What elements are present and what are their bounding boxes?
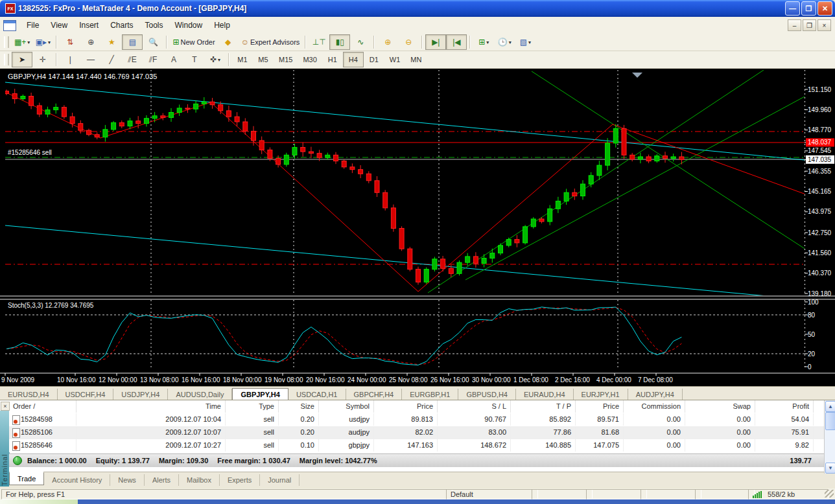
metaeditor-button[interactable]: ◆ (218, 34, 239, 50)
zoom-in-icon: ⊕ (384, 38, 391, 46)
menu-file[interactable]: File (21, 18, 45, 32)
chart-tab-eurjpy[interactable]: EURJPY,H1 (574, 389, 628, 400)
timeframe-w1[interactable]: W1 (384, 52, 406, 67)
menu-view[interactable]: View (45, 18, 73, 32)
chart-tab-audjpy[interactable]: AUDJPY,H4 (628, 389, 683, 400)
terminal-tab-experts[interactable]: Experts (220, 474, 260, 486)
resize-grip[interactable] (825, 490, 834, 498)
zoom-in-button[interactable]: ⊕ (377, 34, 398, 50)
column-header-price[interactable]: Price (374, 400, 438, 413)
channel-button[interactable]: ⫽E (122, 52, 143, 67)
restore-button[interactable]: ❐ (801, 1, 816, 16)
order-row[interactable]: 152856462009.12.07 10:27sell0.10gbpjpy14… (9, 439, 825, 452)
chart-tab-usdchf[interactable]: USDCHF,H4 (58, 389, 114, 400)
timeframe-m5[interactable]: M5 (253, 52, 274, 67)
data-window-button[interactable]: ▤ (122, 34, 143, 50)
chart-tab-usdcad[interactable]: USDCAD,H1 (288, 389, 346, 400)
crosshair-cursor-button[interactable]: ⊕ (80, 34, 101, 50)
menu-help[interactable]: Help (208, 18, 236, 32)
terminal-tab-journal[interactable]: Journal (260, 474, 300, 486)
cell-size: 0.20 (279, 426, 319, 439)
terminal-close-icon[interactable]: × (1, 402, 10, 411)
timeframe-d1[interactable]: D1 (364, 52, 384, 67)
line-chart-button[interactable]: ∿ (350, 34, 371, 50)
column-header-profit[interactable]: Profit (755, 400, 814, 413)
terminal-tab-alerts[interactable]: Alerts (145, 474, 179, 486)
fibonacci-button[interactable]: ⫽F (143, 52, 163, 67)
text-label-button[interactable]: T (184, 52, 205, 67)
close-button[interactable]: ✕ (817, 1, 832, 16)
chart-tab-eurgbp[interactable]: EURGBP,H1 (402, 389, 458, 400)
column-header-time[interactable]: Time (76, 400, 226, 413)
column-header-symbol[interactable]: Symbol (319, 400, 374, 413)
chart-tab-usdjpy[interactable]: USDJPY,H4 (113, 389, 168, 400)
crosshair-button[interactable]: ✛ (32, 52, 53, 67)
order-row[interactable]: 152845982009.12.07 10:04sell0.20usdjpy89… (9, 413, 825, 426)
title-bar[interactable]: FX 1382525: FxPro - MetaTrader 4 - Demo … (0, 0, 835, 17)
trendline-button[interactable]: ╱ (101, 52, 122, 67)
new-order-button[interactable]: ⊞New Order (170, 34, 217, 50)
order-row[interactable]: 152851062009.12.07 10:07sell0.20audjpy82… (9, 426, 825, 439)
terminal-tab-trade[interactable]: Trade (9, 472, 44, 485)
menu-window[interactable]: Window (169, 18, 209, 32)
toolbar-grip[interactable] (4, 36, 9, 48)
history-center-button[interactable]: 🔍 (143, 34, 163, 50)
column-header-order[interactable]: Order / (9, 400, 76, 413)
terminal-scrollbar[interactable]: ▲ ▼ (824, 400, 835, 474)
column-header-sl[interactable]: S / L (438, 400, 511, 413)
text-button[interactable]: A (163, 52, 184, 67)
auto-scroll-button[interactable]: ▶| (425, 34, 446, 50)
profiles-button[interactable]: ▣▸▾ (32, 34, 53, 50)
chart-tab-eurusd[interactable]: EURUSD,H4 (0, 389, 58, 400)
candlestick-chart-button[interactable]: ▮▯ (329, 34, 350, 50)
timeframe-m15[interactable]: M15 (274, 52, 298, 67)
mdi-close-button[interactable]: × (817, 19, 831, 31)
expert-advisors-button[interactable]: ☺Expert Advisors (239, 34, 303, 50)
market-watch-button[interactable]: ⇅ (60, 34, 80, 50)
column-header-swap[interactable]: Swap (685, 400, 755, 413)
zoom-out-button[interactable]: ⊖ (398, 34, 419, 50)
terminal-tab-mailbox[interactable]: Mailbox (179, 474, 220, 486)
timeframe-mn[interactable]: MN (405, 52, 427, 67)
mdi-restore-button[interactable]: ❐ (803, 19, 816, 31)
scroll-thumb[interactable] (825, 412, 835, 430)
periods-button[interactable]: 🕒▾ (494, 34, 515, 50)
arrows-button[interactable]: ✜▾ (205, 52, 226, 67)
timeframe-m30[interactable]: M30 (298, 52, 322, 67)
terminal-tab-account-history[interactable]: Account History (44, 474, 110, 486)
menu-charts[interactable]: Charts (104, 18, 139, 32)
column-header-tp[interactable]: T / P (511, 400, 576, 413)
scroll-down-icon[interactable]: ▼ (825, 463, 835, 474)
cursor-button[interactable]: ➤ (12, 52, 32, 67)
chart-tab-gbpusd[interactable]: GBPUSD,H4 (458, 389, 516, 400)
menu-tools[interactable]: Tools (139, 18, 169, 32)
orders-table-header[interactable]: Order /TimeTypeSizeSymbolPriceS / LT / P… (9, 400, 825, 414)
column-header-type[interactable]: Type (226, 400, 279, 413)
timeframe-m1[interactable]: M1 (232, 52, 253, 67)
scroll-up-icon[interactable]: ▲ (825, 401, 835, 412)
bar-chart-button[interactable]: ⊥⊤ (309, 34, 329, 50)
column-header-commission[interactable]: Commission (624, 400, 685, 413)
chart-tab-euraud[interactable]: EURAUD,H4 (516, 389, 574, 400)
chart-tab-gbpchf[interactable]: GBPCHF,H4 (346, 389, 403, 400)
chart-tab-audusd[interactable]: AUDUSD,Daily (168, 389, 232, 400)
candle-body (465, 257, 470, 262)
chart-shift-button[interactable]: |◀ (446, 34, 467, 50)
indicators-button[interactable]: ⊞▾ (473, 34, 494, 50)
mdi-minimize-button[interactable]: – (788, 19, 801, 31)
timeframe-h1[interactable]: H1 (322, 52, 343, 67)
templates-button[interactable]: ▧▾ (515, 34, 535, 50)
new-chart-button[interactable]: ▦+▾ (12, 34, 32, 50)
timeframe-h4[interactable]: H4 (343, 52, 364, 67)
vertical-line-button[interactable]: ❘ (60, 52, 80, 67)
menu-insert[interactable]: Insert (73, 18, 104, 32)
column-header-size[interactable]: Size (279, 400, 319, 413)
column-header-price[interactable]: Price (576, 400, 624, 413)
price-chart[interactable]: 151.150149.960148.770148.037147.545147.0… (0, 69, 835, 386)
toolbar-grip[interactable] (4, 54, 9, 65)
chart-tab-gbpjpy[interactable]: GBPJPY,H4 (232, 388, 288, 401)
minimize-button[interactable]: — (785, 1, 800, 16)
terminal-tab-news[interactable]: News (110, 474, 145, 486)
favorites-button[interactable]: ★ (101, 34, 122, 50)
horizontal-line-button[interactable]: — (80, 52, 101, 67)
